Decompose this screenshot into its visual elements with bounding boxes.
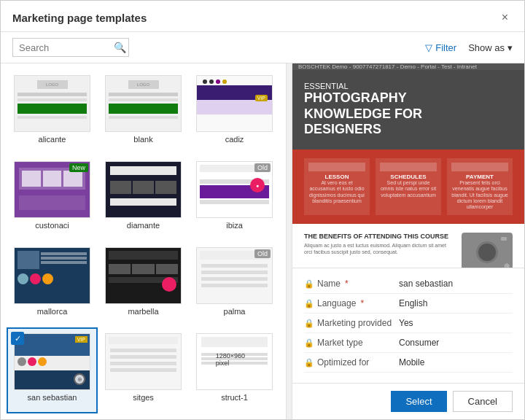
prop-row-optimized: 🔒 Optimized for Mobile <box>304 353 513 373</box>
lock-icon-market-type: 🔒 <box>304 338 314 348</box>
templates-grid: LOGO alicante LOGO <box>1 63 286 419</box>
template-item-marbella[interactable]: marbella <box>98 241 189 327</box>
template-thumb-struct-1: 1280×960 pixel <box>196 333 273 390</box>
circle-ibiza: ● <box>250 178 265 192</box>
preview-feature-payment: PAYMENT Praesent felis orci venenatis au… <box>447 158 513 215</box>
struct-number: 1280×960 pixel <box>216 352 254 367</box>
prop-label-optimized: 🔒 Optimized for <box>304 357 399 368</box>
camera-shutter <box>501 237 507 241</box>
zoom-icon: ⊕ <box>504 262 510 268</box>
close-button[interactable]: × <box>497 9 513 26</box>
preview-camera: ⊕ <box>462 233 513 268</box>
scroll-track[interactable] <box>286 63 292 419</box>
lock-icon-marketing: 🔒 <box>304 319 314 328</box>
template-thumb-alicante: LOGO <box>14 75 90 132</box>
search-input[interactable] <box>19 42 114 53</box>
magnify-icon: ⊕ <box>74 373 85 385</box>
preview-subtitle: ESSENTIAL <box>304 82 513 90</box>
dialog-footer: Select Cancel <box>292 383 524 419</box>
template-thumb-custonaci: New <box>14 161 90 218</box>
lock-icon-optimized: 🔒 <box>304 358 314 368</box>
template-item-custonaci[interactable]: New custonaci <box>7 155 98 241</box>
toolbar-right: ▽ Filter Show as ▾ <box>425 42 513 53</box>
badge-new-custonaci: New <box>69 163 88 172</box>
dialog-title: Marketing page templates <box>12 12 147 24</box>
marketing-templates-dialog: Marketing page templates × 🔍 ▽ Filter Sh… <box>0 0 525 420</box>
vip-badge-cadiz: VIP <box>255 95 268 101</box>
lock-icon-name: 🔒 <box>304 279 314 289</box>
prop-label-language: 🔒 Language * <box>304 298 399 308</box>
prop-label-market-type: 🔒 Market type <box>304 338 399 348</box>
templates-panel: LOGO alicante LOGO <box>1 63 292 419</box>
prop-value-language: English <box>399 298 513 308</box>
cancel-button[interactable]: Cancel <box>453 391 513 412</box>
prop-row-marketing: 🔒 Marketing provided Yes <box>304 314 513 333</box>
content-area: LOGO alicante LOGO <box>1 63 524 419</box>
prop-value-market-type: Consumer <box>399 338 513 348</box>
search-icon: 🔍 <box>114 42 126 53</box>
selected-check-icon: ✓ <box>11 332 24 345</box>
template-item-ibiza[interactable]: Old ● ibiza <box>189 155 280 241</box>
vip-badge-san-sebastian: VIP <box>75 336 88 343</box>
badge-old-ibiza: Old <box>254 163 271 172</box>
preview-image: BOSCHTEK Demo - 9007747271817 - Demo - P… <box>292 63 524 268</box>
template-thumb-mallorca <box>14 247 90 304</box>
template-item-mallorca[interactable]: mallorca <box>7 241 98 327</box>
template-item-alicante[interactable]: LOGO alicante <box>7 69 98 155</box>
chevron-down-icon: ▾ <box>508 42 513 53</box>
toolbar: 🔍 ▽ Filter Show as ▾ <box>1 32 524 63</box>
template-thumb-san-sebastian: VIP ⊕ <box>14 333 90 390</box>
template-item-sitges[interactable]: sitges <box>98 327 189 413</box>
template-thumb-ibiza: Old ● <box>196 161 273 218</box>
prop-value-marketing: Yes <box>399 318 513 328</box>
select-button[interactable]: Select <box>391 391 446 412</box>
filter-button[interactable]: ▽ Filter <box>425 42 456 53</box>
badge-old-palma: Old <box>254 249 271 258</box>
show-as-button[interactable]: Show as ▾ <box>468 42 513 53</box>
template-thumb-marbella <box>105 247 182 304</box>
preview-features: LESSON At vero eos et accusamus et iusto… <box>292 149 524 224</box>
preview-bottom: THE BENEFITS OF ATTENDING THIS COURSE Al… <box>292 224 524 268</box>
template-item-struct-1[interactable]: 1280×960 pixel struct-1 <box>189 327 280 413</box>
properties-panel: 🔒 Name * san sebastian 🔒 Language * Engl… <box>292 268 524 383</box>
preview-feature-lesson: LESSON At vero eos et accusamus et iusto… <box>304 158 370 215</box>
prop-row-market-type: 🔒 Market type Consumer <box>304 333 513 353</box>
preview-feature-schedules: SCHEDULES Sed ut perspi unde omnis iste … <box>376 158 441 215</box>
template-item-blank[interactable]: LOGO blank <box>98 69 189 155</box>
preview-header-bar: BOSCHTEK Demo - 9007747271817 - Demo - P… <box>292 63 524 70</box>
templates-wrapper: LOGO alicante LOGO <box>1 63 292 419</box>
camera-lens <box>476 241 498 263</box>
prop-row-name: 🔒 Name * san sebastian <box>304 274 513 294</box>
template-thumb-blank: LOGO <box>105 75 182 132</box>
preview-visual: BOSCHTEK Demo - 9007747271817 - Demo - P… <box>292 63 524 268</box>
prop-label-name: 🔒 Name * <box>304 279 399 289</box>
filter-icon: ▽ <box>425 42 432 53</box>
lock-icon-language: 🔒 <box>304 299 314 308</box>
template-thumb-palma: Old <box>196 247 273 304</box>
dialog-header: Marketing page templates × <box>1 1 524 32</box>
template-item-palma[interactable]: Old palma <box>189 241 280 327</box>
template-thumb-diamante <box>105 161 182 218</box>
preview-bottom-text: THE BENEFITS OF ATTENDING THIS COURSE Al… <box>304 233 453 255</box>
prop-row-language: 🔒 Language * English <box>304 294 513 314</box>
prop-label-marketing: 🔒 Marketing provided <box>304 318 399 328</box>
preview-panel: BOSCHTEK Demo - 9007747271817 - Demo - P… <box>292 63 524 419</box>
prop-value-optimized: Mobile <box>399 357 513 368</box>
search-box: 🔍 <box>12 38 129 57</box>
preview-hero: ESSENTIAL PHOTOGRAPHY KNOWLEDGE FOR DESI… <box>292 70 524 149</box>
template-thumb-cadiz: VIP <box>196 75 273 132</box>
template-item-san-sebastian[interactable]: ✓ VIP ⊕ <box>7 327 98 413</box>
template-thumb-sitges <box>105 333 182 390</box>
preview-hero-title: PHOTOGRAPHY KNOWLEDGE FOR DESIGNERS <box>304 90 513 138</box>
prop-value-name: san sebastian <box>399 279 513 289</box>
template-item-cadiz[interactable]: VIP cadiz <box>189 69 280 155</box>
template-item-diamante[interactable]: diamante <box>98 155 189 241</box>
